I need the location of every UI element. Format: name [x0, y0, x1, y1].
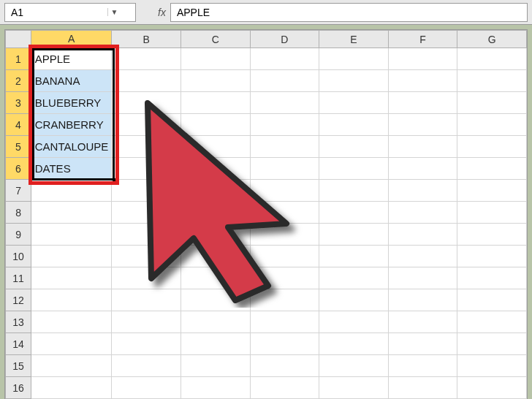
cell-a11[interactable] [31, 267, 112, 289]
fx-icon[interactable]: fx [158, 7, 166, 18]
cell-g6[interactable] [457, 158, 527, 180]
row-header-15[interactable]: 15 [6, 355, 31, 377]
cell-a4[interactable]: CRANBERRY [31, 114, 112, 136]
cell-e7[interactable] [319, 180, 389, 202]
cell-d12[interactable] [250, 289, 319, 311]
cell-a14[interactable] [31, 333, 112, 355]
cell-a1[interactable]: APPLE [31, 48, 112, 70]
column-header-a[interactable]: A [31, 31, 112, 48]
cell-a7[interactable] [31, 180, 112, 202]
cell-b8[interactable] [112, 202, 181, 224]
cell-g16[interactable] [457, 377, 527, 399]
cell-d10[interactable] [250, 246, 319, 267]
name-box-dropdown[interactable]: ▼ [107, 8, 121, 16]
cell-b1[interactable] [112, 48, 181, 70]
cell-f8[interactable] [388, 202, 457, 224]
cell-d5[interactable] [250, 136, 319, 158]
cell-a8[interactable] [31, 202, 112, 224]
row-header-10[interactable]: 10 [6, 246, 31, 267]
row-header-14[interactable]: 14 [6, 333, 31, 355]
cell-a12[interactable] [31, 289, 112, 311]
cell-e3[interactable] [319, 92, 389, 114]
column-header-g[interactable]: G [457, 31, 527, 48]
column-header-f[interactable]: F [388, 31, 457, 48]
cell-f13[interactable] [388, 311, 457, 333]
cell-d3[interactable] [250, 92, 319, 114]
cell-d16[interactable] [250, 377, 319, 399]
cell-c8[interactable] [180, 202, 250, 224]
cell-d15[interactable] [250, 355, 319, 377]
cell-e2[interactable] [319, 70, 389, 92]
cell-e12[interactable] [319, 289, 389, 311]
cell-a6[interactable]: DATES [31, 158, 112, 180]
cell-e9[interactable] [319, 224, 389, 246]
cell-d13[interactable] [250, 311, 319, 333]
cell-f1[interactable] [388, 48, 457, 70]
row-header-5[interactable]: 5 [6, 136, 31, 158]
cell-g10[interactable] [457, 246, 527, 267]
cell-g4[interactable] [457, 114, 527, 136]
cell-f10[interactable] [388, 246, 457, 267]
row-header-4[interactable]: 4 [6, 114, 31, 136]
cell-a2[interactable]: BANANA [31, 70, 112, 92]
cell-c13[interactable] [180, 311, 250, 333]
cell-a10[interactable] [31, 246, 112, 267]
cell-g5[interactable] [457, 136, 527, 158]
cell-d9[interactable] [250, 224, 319, 246]
cell-c9[interactable] [180, 224, 250, 246]
cell-c5[interactable] [180, 136, 250, 158]
cell-g3[interactable] [457, 92, 527, 114]
cell-e13[interactable] [319, 311, 389, 333]
cell-c11[interactable] [180, 267, 250, 289]
row-header-6[interactable]: 6 [6, 158, 31, 180]
cell-e1[interactable] [319, 48, 389, 70]
cell-f9[interactable] [388, 224, 457, 246]
cell-e10[interactable] [319, 246, 389, 267]
cell-a9[interactable] [31, 224, 112, 246]
cell-b3[interactable] [112, 92, 181, 114]
row-header-8[interactable]: 8 [6, 202, 31, 224]
row-header-3[interactable]: 3 [6, 92, 31, 114]
cell-f15[interactable] [388, 355, 457, 377]
cell-g13[interactable] [457, 311, 527, 333]
cell-b10[interactable] [112, 246, 181, 267]
cell-g14[interactable] [457, 333, 527, 355]
cell-g7[interactable] [457, 180, 527, 202]
cell-g15[interactable] [457, 355, 527, 377]
cell-d2[interactable] [250, 70, 319, 92]
cell-d8[interactable] [250, 202, 319, 224]
cell-b9[interactable] [112, 224, 181, 246]
cell-c3[interactable] [180, 92, 250, 114]
cell-b5[interactable] [112, 136, 181, 158]
cell-e14[interactable] [319, 333, 389, 355]
cell-b14[interactable] [112, 333, 181, 355]
column-header-e[interactable]: E [319, 31, 389, 48]
cell-c7[interactable] [180, 180, 250, 202]
row-header-9[interactable]: 9 [6, 224, 31, 246]
cell-b12[interactable] [112, 289, 181, 311]
cell-c1[interactable] [180, 48, 250, 70]
cell-g12[interactable] [457, 289, 527, 311]
cell-e15[interactable] [319, 355, 389, 377]
cell-f14[interactable] [388, 333, 457, 355]
select-all-corner[interactable] [6, 31, 31, 48]
cell-g1[interactable] [457, 48, 527, 70]
cell-f7[interactable] [388, 180, 457, 202]
formula-input[interactable] [170, 3, 528, 22]
cell-d7[interactable] [250, 180, 319, 202]
cell-c10[interactable] [180, 246, 250, 267]
cell-b11[interactable] [112, 267, 181, 289]
cell-f11[interactable] [388, 267, 457, 289]
cell-b13[interactable] [112, 311, 181, 333]
cell-e5[interactable] [319, 136, 389, 158]
cell-a3[interactable]: BLUEBERRY [31, 92, 112, 114]
cell-b7[interactable] [112, 180, 181, 202]
cell-d11[interactable] [250, 267, 319, 289]
cell-d4[interactable] [250, 114, 319, 136]
row-header-12[interactable]: 12 [6, 289, 31, 311]
row-header-7[interactable]: 7 [6, 180, 31, 202]
cell-a16[interactable] [31, 377, 112, 399]
cell-e8[interactable] [319, 202, 389, 224]
cell-g2[interactable] [457, 70, 527, 92]
cell-f16[interactable] [388, 377, 457, 399]
